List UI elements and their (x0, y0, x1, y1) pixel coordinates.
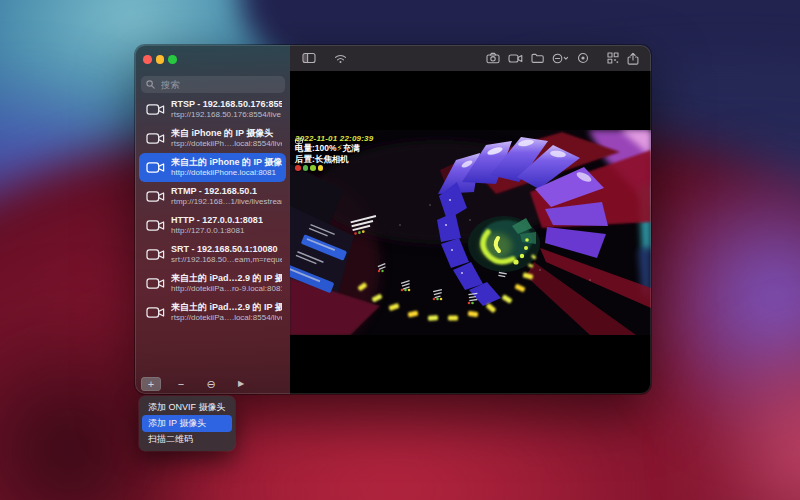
search-field[interactable] (141, 76, 285, 93)
zoom-button[interactable] (168, 55, 177, 64)
camera-list-item[interactable]: RTSP - 192.168.50.176:8554 rtsp://192.16… (139, 95, 286, 124)
video-camera-icon (146, 219, 165, 232)
camera-list-item[interactable]: 来自土的 iPad…2.9 的 IP 摄像头 rtsp://dotekiiPa…… (139, 298, 286, 327)
green-apple-emoji-icon (310, 165, 316, 171)
video-overlay: 2022-11-01 22:09:39 电量:100%⚡充满 后置:长焦相机 (295, 134, 373, 171)
sidebar-toolbar: + − ⊖ ▶ (141, 377, 251, 391)
video-camera-icon (146, 103, 165, 116)
app-window: RTSP - 192.168.50.176:8554 rtsp://192.16… (135, 45, 651, 394)
camera-url: http://dotekiiPa…ro-9.local:8081 (171, 284, 282, 294)
video-area: 2022-11-01 22:09:39 电量:100%⚡充满 后置:长焦相机 (290, 71, 651, 394)
camera-url: rtmp://192.168…1/live/livestream (171, 197, 282, 207)
sidebar-toggle-icon[interactable] (302, 52, 316, 64)
video-camera-icon (146, 161, 165, 174)
sprout-emoji-icon (303, 165, 309, 171)
filter-minus-icon[interactable] (552, 53, 569, 64)
close-button[interactable] (143, 55, 152, 64)
camera-list-item[interactable]: HTTP - 127.0.0.1:8081 http://127.0.0.1:8… (139, 211, 286, 240)
video-frame: 2022-11-01 22:09:39 电量:100%⚡充满 后置:长焦相机 (290, 130, 651, 335)
share-icon[interactable] (627, 52, 639, 65)
menu-item-add-ip-camera[interactable]: 添加 IP 摄像头 (142, 415, 232, 431)
disconnect-button[interactable]: ⊖ (201, 377, 221, 391)
video-camera-icon (146, 306, 165, 319)
camera-list-item-selected[interactable]: 来自土的 iPhone 的 IP 摄像头 http://dotekiiPhone… (139, 153, 286, 182)
camera-title: 来自土的 iPad…2.9 的 IP 摄像头 (171, 302, 282, 313)
camera-url: rtsp://192.168.50.176:8554/live (171, 110, 282, 120)
camera-list-item[interactable]: 来自 iPhone 的 IP 摄像头 rtsp://dotekiiPh….loc… (139, 124, 286, 153)
camera-title: 来自 iPhone 的 IP 摄像头 (171, 128, 282, 139)
camera-url: rtsp://dotekiiPa….local:8554/live (171, 313, 282, 323)
camera-url: http://127.0.0.1:8081 (171, 226, 263, 236)
overlay-battery: 电量:100%⚡充满 (295, 143, 373, 154)
camera-url: srt://192.168.50…eam,m=request (171, 255, 282, 265)
camera-title: SRT - 192.168.50.1:10080 (171, 244, 282, 255)
qr-scan-icon[interactable] (607, 52, 619, 64)
camera-title: 来自土的 iPhone 的 IP 摄像头 (171, 157, 282, 168)
remove-camera-button[interactable]: − (171, 377, 191, 391)
camera-url: rtsp://dotekiiPh….local:8554/live (171, 139, 282, 149)
photo-camera-icon[interactable] (486, 52, 500, 64)
lemon-emoji-icon (318, 165, 324, 171)
search-input[interactable] (159, 78, 280, 91)
camera-title: 来自土的 iPad…2.9 的 IP 摄像头 (171, 273, 282, 284)
video-camera-icon[interactable] (508, 53, 523, 64)
battery-label: 电量:100% (295, 143, 337, 153)
camera-title: RTMP - 192.168.50.1 (171, 186, 282, 197)
video-camera-icon (146, 190, 165, 203)
wifi-icon[interactable] (334, 53, 347, 64)
record-icon[interactable] (577, 52, 589, 64)
camera-list-item[interactable]: 来自土的 iPad…2.9 的 IP 摄像头 http://dotekiiPa…… (139, 269, 286, 298)
context-menu: 添加 ONVIF 摄像头 添加 IP 摄像头 扫描二维码 (139, 396, 235, 451)
sidebar: RTSP - 192.168.50.176:8554 rtsp://192.16… (135, 45, 290, 394)
search-icon (146, 80, 155, 89)
overlay-timestamp: 2022-11-01 22:09:39 (295, 134, 373, 143)
video-camera-icon (146, 277, 165, 290)
traffic-lights (143, 55, 177, 64)
menu-item-scan-qr-code[interactable]: 扫描二维码 (139, 432, 235, 448)
camera-title: HTTP - 127.0.0.1:8081 (171, 215, 263, 226)
camera-title: RTSP - 192.168.50.176:8554 (171, 99, 282, 110)
minimize-button[interactable] (156, 55, 165, 64)
pane-titlebar (290, 45, 651, 71)
camera-list-item[interactable]: RTMP - 192.168.50.1 rtmp://192.168…1/liv… (139, 182, 286, 211)
camera-list: RTSP - 192.168.50.176:8554 rtsp://192.16… (135, 95, 290, 327)
menu-item-add-onvif-camera[interactable]: 添加 ONVIF 摄像头 (139, 399, 235, 415)
folder-icon[interactable] (531, 53, 544, 64)
play-button[interactable]: ▶ (231, 377, 251, 391)
small-camera-icon (295, 137, 303, 144)
camera-url: http://dotekiiPhone.local:8081 (171, 168, 282, 178)
main-pane: 2022-11-01 22:09:39 电量:100%⚡充满 后置:长焦相机 (290, 45, 651, 394)
add-camera-button[interactable]: + (141, 377, 161, 391)
overlay-emoji-icons (295, 165, 373, 171)
video-camera-icon (146, 132, 165, 145)
video-camera-icon (146, 248, 165, 261)
apple-emoji-icon (295, 165, 301, 171)
overlay-camera-label: 后置:长焦相机 (295, 154, 373, 165)
camera-list-item[interactable]: SRT - 192.168.50.1:10080 srt://192.168.5… (139, 240, 286, 269)
battery-state: 充满 (343, 143, 360, 153)
